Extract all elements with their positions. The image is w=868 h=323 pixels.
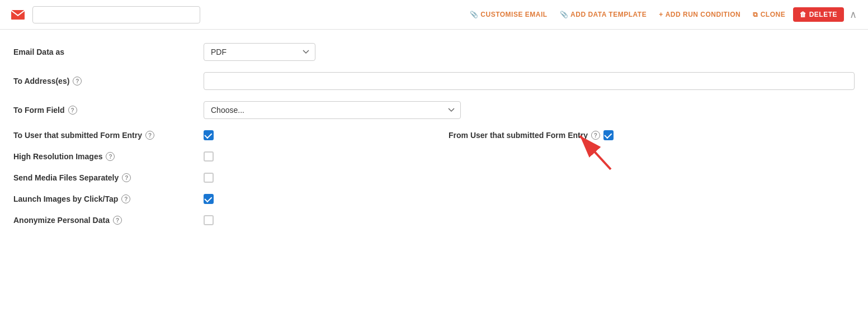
plus-icon: + xyxy=(659,11,663,18)
send-media-help-icon[interactable]: ? xyxy=(122,173,131,182)
launch-images-help-icon[interactable]: ? xyxy=(121,194,130,203)
paperclip-icon: 📎 xyxy=(470,11,479,18)
send-media-row: Send Media Files Separately ? xyxy=(13,173,855,183)
high-resolution-help-icon[interactable]: ? xyxy=(106,152,115,161)
launch-images-group: Launch Images by Click/Tap ? xyxy=(13,194,204,203)
anonymize-row: Anonymize Personal Data ? xyxy=(13,215,855,225)
send-media-label: Send Media Files Separately ? xyxy=(13,173,131,182)
launch-images-checkbox[interactable] xyxy=(204,194,214,204)
send-media-group: Send Media Files Separately ? xyxy=(13,173,204,182)
from-user-submitted-group: From User that submitted Form Entry ? xyxy=(449,130,614,140)
header-actions: 📎 CUSTOMISE EMAIL 📎 ADD DATA TEMPLATE + … xyxy=(465,6,859,23)
to-user-submitted-help-icon[interactable]: ? xyxy=(145,131,154,140)
delete-button[interactable]: 🗑 DELETE xyxy=(793,7,844,22)
collapse-button[interactable]: ∧ xyxy=(847,6,859,23)
to-user-submitted-checkbox[interactable] xyxy=(204,130,214,140)
launch-images-label: Launch Images by Click/Tap ? xyxy=(13,194,130,203)
header: Email Connector 📎 CUSTOMISE EMAIL 📎 ADD … xyxy=(0,0,868,30)
add-data-template-button[interactable]: 📎 ADD DATA TEMPLATE xyxy=(555,7,652,22)
from-user-submitted-help-icon[interactable]: ? xyxy=(591,131,600,140)
high-resolution-checkbox[interactable] xyxy=(204,151,214,162)
clone-button[interactable]: ⧉ CLONE xyxy=(748,7,790,22)
to-address-input[interactable]: jon@snow.com xyxy=(204,72,855,90)
anonymize-group: Anonymize Personal Data ? xyxy=(13,216,204,225)
email-data-as-row: Email Data as PDF CSV Excel xyxy=(13,43,855,61)
high-resolution-label: High Resolution Images ? xyxy=(13,152,115,161)
clone-icon: ⧉ xyxy=(753,11,758,18)
email-data-as-label: Email Data as xyxy=(13,48,204,56)
to-form-field-label: To Form Field ? xyxy=(13,106,204,115)
user-submitted-row: To User that submitted Form Entry ? From… xyxy=(13,130,855,140)
to-user-submitted-label: To User that submitted Form Entry ? xyxy=(13,131,154,140)
to-address-help-icon[interactable]: ? xyxy=(73,77,82,86)
email-data-as-select[interactable]: PDF CSV Excel xyxy=(204,43,315,61)
launch-images-row: Launch Images by Click/Tap ? xyxy=(13,194,855,204)
customise-email-button[interactable]: 📎 CUSTOMISE EMAIL xyxy=(465,7,552,22)
from-user-submitted-checkbox[interactable] xyxy=(603,130,614,140)
anonymize-checkbox[interactable] xyxy=(204,215,214,225)
anonymize-help-icon[interactable]: ? xyxy=(113,216,122,225)
gmail-icon xyxy=(9,6,27,23)
high-resolution-row: High Resolution Images ? xyxy=(13,151,855,162)
connector-title-input[interactable]: Email Connector xyxy=(32,6,200,23)
to-address-row: To Address(es) ? jon@snow.com xyxy=(13,72,855,90)
paperclip-icon-2: 📎 xyxy=(560,11,569,18)
to-form-field-row: To Form Field ? Choose... xyxy=(13,101,855,119)
header-left: Email Connector xyxy=(9,6,200,23)
to-address-label: To Address(es) ? xyxy=(13,77,204,86)
to-form-field-help-icon[interactable]: ? xyxy=(68,106,77,115)
send-media-checkbox[interactable] xyxy=(204,173,214,183)
to-form-field-select[interactable]: Choose... xyxy=(204,101,461,119)
anonymize-label: Anonymize Personal Data ? xyxy=(13,216,122,225)
from-user-submitted-label: From User that submitted Form Entry ? xyxy=(449,131,600,140)
trash-icon: 🗑 xyxy=(800,11,807,18)
add-run-condition-button[interactable]: + ADD RUN CONDITION xyxy=(654,7,745,22)
to-user-submitted-group: To User that submitted Form Entry ? xyxy=(13,131,204,140)
high-resolution-group: High Resolution Images ? xyxy=(13,152,204,161)
main-content: Email Data as PDF CSV Excel To Address(e… xyxy=(0,30,868,250)
chevron-up-icon: ∧ xyxy=(850,9,857,20)
